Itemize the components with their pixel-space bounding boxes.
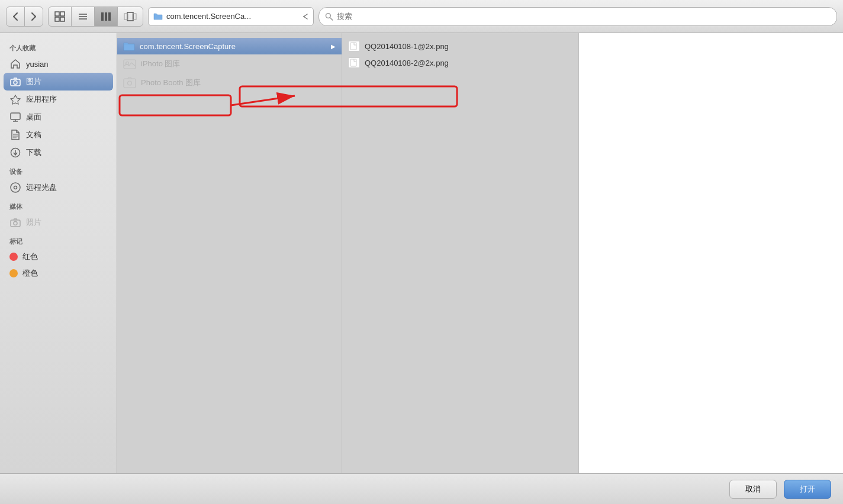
- sidebar-item-documents[interactable]: 文稿: [0, 126, 117, 144]
- nav-btn-group: [6, 7, 43, 27]
- svg-point-26: [14, 186, 17, 189]
- svg-rect-0: [55, 12, 59, 16]
- sidebar-item-downloads[interactable]: 下载: [0, 144, 117, 161]
- download-icon: [9, 147, 21, 159]
- svg-rect-7: [101, 12, 104, 21]
- svg-rect-33: [124, 60, 136, 69]
- blue-folder-icon: [123, 41, 135, 51]
- screencapture-arrow: ▶: [331, 43, 336, 50]
- svg-point-36: [128, 81, 132, 85]
- pictures-label: 图片: [26, 76, 41, 87]
- sidebar-item-red[interactable]: 红色: [0, 248, 117, 265]
- svg-rect-8: [105, 12, 107, 21]
- column-wrapper: com.tencent.ScreenCapture ▶ iPhoto 图库 Ph…: [117, 33, 843, 473]
- documents-label: 文稿: [26, 130, 41, 140]
- list-view-button[interactable]: [72, 7, 95, 26]
- column-item-photobooth[interactable]: Photo Booth 图库: [117, 73, 342, 92]
- column-item-qq2[interactable]: QQ20140108-2@2x.png: [342, 54, 578, 71]
- doc-icon: [9, 129, 21, 141]
- sidebar: 个人收藏 yusian 图片 应用程序 桌面: [0, 33, 117, 473]
- svg-rect-9: [108, 12, 111, 21]
- path-arrows[interactable]: [303, 12, 308, 21]
- footer: 取消 打开: [0, 473, 843, 504]
- screencapture-label: com.tencent.ScreenCapture: [140, 42, 236, 51]
- sidebar-item-photos[interactable]: 照片: [0, 214, 117, 231]
- disc-icon: [9, 182, 21, 193]
- red-dot: [9, 253, 18, 261]
- downloads-label: 下载: [26, 147, 41, 158]
- desktop-label: 桌面: [26, 112, 41, 122]
- svg-rect-1: [60, 12, 65, 16]
- svg-rect-38: [350, 59, 356, 66]
- path-text: com.tencent.ScreenCa...: [166, 12, 299, 21]
- open-button[interactable]: 打开: [784, 480, 831, 499]
- toolbar: com.tencent.ScreenCa...: [0, 0, 843, 33]
- photobooth-icon: [123, 77, 136, 89]
- camera-icon: [9, 76, 21, 88]
- yusian-label: yusian: [26, 60, 49, 69]
- qq1-label: QQ20140108-1@2x.png: [365, 42, 449, 51]
- sidebar-item-pictures[interactable]: 图片: [4, 73, 113, 91]
- sidebar-item-orange[interactable]: 橙色: [0, 265, 117, 282]
- svg-rect-35: [124, 79, 136, 88]
- orange-dot: [9, 269, 18, 277]
- main-content: 个人收藏 yusian 图片 应用程序 桌面: [0, 33, 843, 473]
- folder-icon: [153, 12, 163, 21]
- sidebar-item-applications[interactable]: 应用程序: [0, 91, 117, 108]
- column-3: [579, 33, 843, 473]
- svg-rect-17: [11, 113, 20, 119]
- cancel-button[interactable]: 取消: [729, 480, 777, 499]
- sidebar-item-yusian[interactable]: yusian: [0, 55, 117, 73]
- personal-header: 个人收藏: [0, 38, 117, 55]
- orange-label: 橙色: [22, 268, 38, 279]
- column-view-button[interactable]: [95, 7, 118, 26]
- view-btn-group: [48, 7, 143, 27]
- photobooth-label: Photo Booth 图库: [141, 77, 201, 88]
- svg-line-14: [330, 17, 332, 20]
- svg-rect-37: [350, 43, 356, 50]
- applications-label: 应用程序: [26, 94, 57, 105]
- photos-label: 照片: [26, 217, 41, 228]
- search-box[interactable]: [318, 7, 837, 26]
- column-item-iphoto[interactable]: iPhoto 图库: [117, 54, 342, 73]
- search-icon: [325, 12, 333, 21]
- desktop-icon: [9, 111, 21, 123]
- svg-point-16: [14, 81, 17, 85]
- iphoto-icon: [123, 58, 136, 70]
- back-button[interactable]: [7, 7, 25, 26]
- column-item-qq1[interactable]: QQ20140108-1@2x.png: [342, 38, 578, 54]
- sidebar-item-desktop[interactable]: 桌面: [0, 108, 117, 126]
- search-input[interactable]: [337, 12, 831, 21]
- media-header: 媒体: [0, 196, 117, 214]
- iphoto-label: iPhoto 图库: [141, 59, 180, 69]
- column-item-screencapture[interactable]: com.tencent.ScreenCapture ▶: [117, 38, 342, 54]
- file-icon-qq1: [348, 41, 360, 51]
- svg-point-25: [11, 183, 20, 192]
- home-icon: [9, 58, 21, 70]
- camera-media-icon: [9, 217, 21, 228]
- remote-disc-label: 远程光盘: [26, 182, 57, 193]
- svg-rect-2: [55, 17, 59, 21]
- forward-button[interactable]: [25, 7, 43, 26]
- coverflow-view-button[interactable]: [118, 7, 143, 26]
- tags-header: 标记: [0, 231, 117, 248]
- path-control[interactable]: com.tencent.ScreenCa...: [148, 7, 314, 26]
- svg-point-28: [14, 222, 17, 225]
- devices-header: 设备: [0, 161, 117, 179]
- apps-icon: [9, 93, 21, 105]
- column-2: QQ20140108-1@2x.png QQ20140108-2@2x.png: [342, 33, 579, 473]
- qq2-label: QQ20140108-2@2x.png: [365, 59, 449, 67]
- sidebar-item-remote-disc[interactable]: 远程光盘: [0, 179, 117, 196]
- icon-view-button[interactable]: [49, 7, 72, 26]
- red-label: 红色: [22, 251, 38, 262]
- file-icon-qq2: [348, 57, 360, 68]
- svg-rect-15: [11, 79, 20, 86]
- svg-rect-3: [60, 17, 65, 21]
- column-1: com.tencent.ScreenCapture ▶ iPhoto 图库 Ph…: [117, 33, 342, 473]
- svg-rect-27: [11, 220, 20, 227]
